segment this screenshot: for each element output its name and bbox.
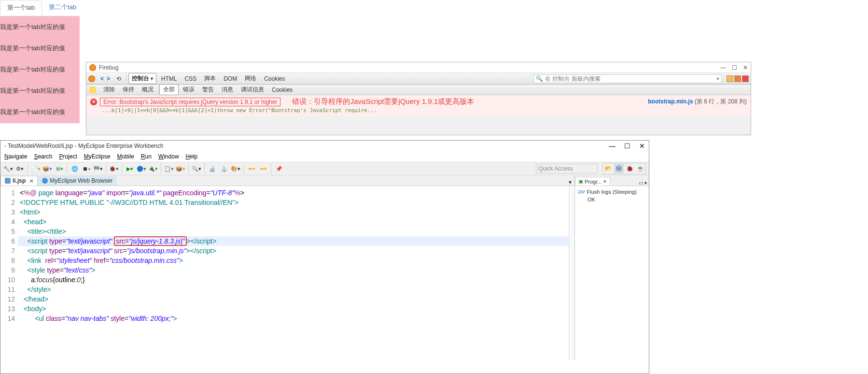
sub-warnings[interactable]: 警告 bbox=[199, 85, 217, 95]
tab-close-icon[interactable]: ✕ bbox=[29, 178, 33, 184]
firebug-search[interactable]: 🔍 ▾ bbox=[533, 74, 722, 83]
window-minimize-icon[interactable]: — bbox=[720, 64, 726, 71]
menu-myeclipse[interactable]: MyEclipse bbox=[84, 153, 111, 160]
sub-all[interactable]: 全部 bbox=[159, 84, 179, 95]
view-toolbar-icon[interactable]: ▭ ▾ bbox=[637, 180, 649, 186]
code-editor[interactable]: 1234567891011121314 <%@ page language="j… bbox=[0, 186, 574, 360]
window-maximize-icon[interactable]: ☐ bbox=[624, 142, 630, 150]
sub-debug[interactable]: 调试信息 bbox=[238, 85, 267, 95]
sub-persist[interactable]: 保持 bbox=[119, 85, 138, 95]
firebug-menu-icon[interactable] bbox=[88, 75, 95, 82]
menu-project[interactable]: Project bbox=[59, 153, 77, 160]
tab-console[interactable]: 控制台 bbox=[128, 73, 156, 84]
perspective-myeclipse-icon[interactable]: Ⓜ bbox=[614, 164, 624, 173]
tb-back-icon[interactable]: ⬅▾ bbox=[247, 164, 256, 173]
code-line[interactable]: <%@ page language="java" import="java.ut… bbox=[18, 188, 569, 198]
firebug-titlebar[interactable]: Firebug — ☐ ✕ bbox=[86, 62, 751, 73]
progress-view-tab[interactable]: ▣ Progr... ✕ bbox=[575, 177, 610, 186]
tab-cookies[interactable]: Cookies bbox=[261, 74, 288, 83]
eclipse-titlebar[interactable]: - TestModel/WebRoot/li.jsp - MyEclipse E… bbox=[0, 141, 649, 151]
tb-fwd-icon[interactable]: ➡▾ bbox=[258, 164, 268, 173]
reload-icon[interactable]: ⟲ bbox=[113, 74, 124, 83]
tb-anchor-icon[interactable]: ⚓ bbox=[219, 164, 229, 173]
pause-icon[interactable] bbox=[89, 86, 96, 93]
tb-flag-icon[interactable]: 🏁▾ bbox=[93, 164, 103, 173]
tb-zoom-icon[interactable]: 🔬 bbox=[208, 164, 217, 173]
code-line[interactable]: <head> bbox=[18, 217, 569, 227]
tb-run-icon[interactable]: 🔵▾ bbox=[137, 164, 146, 173]
tab-overflow-icon[interactable]: ▾ bbox=[566, 179, 574, 186]
code-line[interactable]: <title></title> bbox=[18, 227, 569, 236]
tb-search-icon[interactable]: 🔍▾ bbox=[192, 164, 201, 173]
right-panel: ▣ Progr... ✕ ▭ ▾ Zzz Flush logs (Sleepin… bbox=[574, 175, 649, 360]
panel-minimize-btn[interactable] bbox=[727, 75, 733, 82]
tab-net[interactable]: 网络 bbox=[242, 73, 259, 84]
window-maximize-icon[interactable]: ☐ bbox=[732, 64, 737, 71]
menu-navigate[interactable]: Navigate bbox=[4, 153, 27, 160]
tb-debug-icon[interactable]: 🐞▾ bbox=[109, 164, 119, 173]
panel-popout-btn[interactable] bbox=[734, 75, 741, 82]
tab-second[interactable]: 第二个tab bbox=[42, 0, 83, 15]
tb-go-icon[interactable]: ▶▾ bbox=[125, 164, 135, 173]
code-line[interactable]: <style type="text/css"> bbox=[18, 265, 569, 275]
sub-profile[interactable]: 概况 bbox=[139, 85, 157, 95]
tb-pin-icon[interactable]: 📌 bbox=[274, 164, 284, 173]
tab-script[interactable]: 脚本 bbox=[201, 73, 219, 84]
error-message[interactable]: Error: Bootstrap's JavaScript requires j… bbox=[100, 98, 280, 106]
tb-stop-icon[interactable]: ⏹▾ bbox=[82, 164, 91, 173]
nav-forward-icon[interactable]: > bbox=[105, 75, 112, 82]
tb-new-icon[interactable]: 📄▾ bbox=[31, 164, 41, 173]
tab-css[interactable]: CSS bbox=[182, 74, 199, 83]
perspective-java-icon[interactable]: ☕ bbox=[635, 164, 645, 173]
code-line[interactable]: <body> bbox=[18, 304, 569, 314]
tab-html[interactable]: HTML bbox=[158, 74, 180, 83]
code-line[interactable]: </style> bbox=[18, 285, 569, 294]
code-line[interactable]: <script type="text/javascript" src="js/b… bbox=[18, 246, 569, 256]
window-minimize-icon[interactable]: — bbox=[609, 142, 616, 150]
code-line[interactable]: a:focus{outline:0;} bbox=[18, 275, 569, 285]
tb-ext-icon[interactable]: 🔌▾ bbox=[148, 164, 158, 173]
menu-window[interactable]: Window bbox=[158, 153, 179, 160]
editor-tab-browser[interactable]: MyEclipse Web Browser bbox=[38, 176, 117, 186]
code-line[interactable]: </head> bbox=[18, 294, 569, 304]
sub-errors[interactable]: 错误 bbox=[180, 85, 198, 95]
code-line[interactable]: <ul class="nav nav-tabs" style="width: 2… bbox=[18, 314, 569, 323]
code-body[interactable]: <%@ page language="java" import="java.ut… bbox=[18, 186, 569, 360]
tab-close-icon[interactable]: ✕ bbox=[603, 179, 607, 184]
tab-first[interactable]: 第一个tab bbox=[0, 0, 42, 15]
search-dropdown-icon[interactable]: ▾ bbox=[716, 75, 719, 82]
wizard-icon[interactable]: 🔧▾ bbox=[3, 164, 13, 173]
sub-clear[interactable]: 清除 bbox=[100, 85, 118, 95]
editor-tab-lijsp[interactable]: li.jsp ✕ bbox=[0, 176, 38, 186]
menu-mobile[interactable]: Mobile bbox=[117, 153, 134, 160]
code-line[interactable]: <link rel="stylesheet" href="css/bootstr… bbox=[18, 256, 569, 265]
firebug-subbar: 清除 保持 概况 全部 错误 警告 消息 调试信息 Cookies bbox=[86, 85, 751, 95]
perspective-debug-icon[interactable]: 🐞 bbox=[625, 164, 634, 173]
code-line[interactable]: <html> bbox=[18, 207, 569, 217]
tb-globe-icon[interactable]: 🌐 bbox=[70, 164, 80, 173]
window-close-icon[interactable]: ✕ bbox=[639, 142, 645, 150]
sub-cookies[interactable]: Cookies bbox=[268, 86, 296, 94]
menu-run[interactable]: Run bbox=[141, 153, 152, 160]
code-line[interactable]: <!DOCTYPE HTML PUBLIC "-//W3C//DTD HTML … bbox=[18, 198, 569, 207]
save-icon[interactable]: ⚙▾ bbox=[15, 164, 25, 173]
tb-deploy-icon[interactable]: 📦▾ bbox=[42, 164, 52, 173]
search-input[interactable] bbox=[545, 75, 714, 82]
tb-paint-icon[interactable]: 🎨▾ bbox=[231, 164, 240, 173]
sub-info[interactable]: 消息 bbox=[218, 85, 237, 95]
overview-ruler[interactable] bbox=[569, 186, 574, 360]
menu-search[interactable]: Search bbox=[34, 153, 52, 160]
code-line[interactable]: <script type="text/javascript" src="js/j… bbox=[18, 236, 569, 246]
tb-package-icon[interactable]: 📦▾ bbox=[176, 164, 185, 173]
error-source[interactable]: bootstrap.min.js (第 6 行，第 208 列) bbox=[648, 98, 747, 106]
nav-back-icon[interactable]: < bbox=[99, 75, 105, 82]
menu-help[interactable]: Help bbox=[186, 153, 198, 160]
tab-content: 我是第一个tab对应的值我是第一个tab对应的值我是第一个tab对应的值我是第一… bbox=[0, 16, 80, 123]
quick-access-input[interactable]: Quick Access bbox=[536, 164, 598, 173]
perspective-open-icon[interactable]: 📂 bbox=[603, 164, 613, 173]
tb-server-icon[interactable]: 🖥▾ bbox=[54, 164, 64, 173]
window-close-icon[interactable]: ✕ bbox=[743, 64, 748, 71]
tab-dom[interactable]: DOM bbox=[221, 74, 240, 83]
panel-close-btn[interactable] bbox=[742, 75, 749, 82]
tb-newfile-icon[interactable]: 📋▾ bbox=[164, 164, 174, 173]
